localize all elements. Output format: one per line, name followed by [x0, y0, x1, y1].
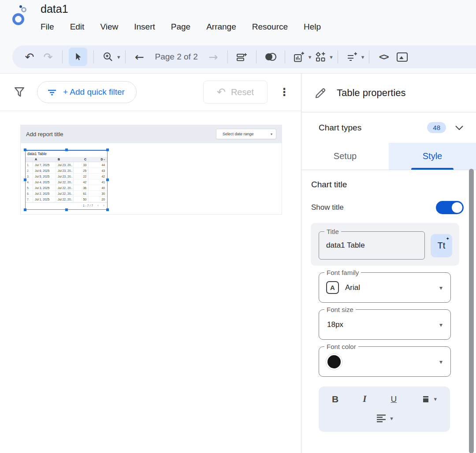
toolbar: ↶ ↷ ▾ ← Page 2 of 2 →: [12, 45, 476, 68]
filter-list-icon: [46, 86, 58, 98]
column-header-d[interactable]: D▾: [89, 157, 107, 162]
report-page[interactable]: Add report title Select date range ▾: [20, 125, 282, 215]
community-visualizations-caret-icon[interactable]: ▾: [330, 54, 333, 60]
title-input[interactable]: [319, 241, 424, 250]
panel-header: Table properties: [301, 74, 476, 112]
community-visualizations-button[interactable]: [312, 49, 328, 65]
alignment-caret-icon: ▾: [390, 416, 393, 421]
blend-data-button[interactable]: [263, 49, 279, 65]
table-row: 4. Jul 4, 2025 Jul 22, 20.. 42 41: [26, 179, 107, 185]
font-size-caret-icon: ▾: [439, 321, 443, 328]
selection-handle[interactable]: [106, 208, 109, 211]
add-quick-filter-button[interactable]: + Add quick filter: [37, 81, 137, 103]
embed-icon: <>: [379, 52, 388, 62]
selection-handle[interactable]: [106, 178, 109, 181]
reset-button[interactable]: ↶ Reset: [203, 81, 268, 104]
pencil-icon: [314, 86, 327, 100]
title-field: Title: [319, 231, 425, 260]
back-arrow-icon: ←: [135, 52, 144, 63]
tab-setup[interactable]: Setup: [301, 143, 389, 170]
zoom-icon: [102, 51, 114, 63]
sparkle-icon: ✦: [446, 236, 450, 241]
date-range-control[interactable]: Select date range ▾: [216, 129, 276, 139]
show-title-toggle[interactable]: [436, 201, 464, 214]
toolbar-separator: [369, 50, 369, 63]
chevron-down-icon[interactable]: [455, 125, 464, 130]
fill-color-caret-icon: ▾: [434, 396, 437, 402]
document-title[interactable]: data1: [41, 3, 68, 15]
toolbar-separator: [285, 50, 285, 63]
add-page-button[interactable]: [234, 49, 250, 65]
font-color-field[interactable]: Font color ▾: [319, 346, 451, 377]
embed-button[interactable]: <>: [376, 49, 391, 65]
font-family-field[interactable]: Font family A Arial ▾: [319, 272, 451, 303]
title-card: Title Tt ✦: [311, 223, 459, 266]
select-mode-button[interactable]: [69, 48, 87, 66]
alignment-button[interactable]: ▾: [332, 413, 437, 423]
looker-studio-logo-icon[interactable]: [11, 5, 31, 27]
blend-data-icon: [264, 52, 277, 62]
previous-page-button[interactable]: ←: [132, 49, 148, 65]
main: + Add quick filter ↶ Reset ⋮ Add report …: [0, 73, 476, 453]
menu-arrange[interactable]: Arrange: [206, 22, 236, 32]
add-chart-caret-icon[interactable]: ▾: [309, 54, 312, 60]
zoom-button[interactable]: [100, 49, 116, 65]
font-size-value: 18px: [327, 320, 343, 329]
fill-color-button[interactable]: ▾: [421, 394, 437, 404]
table-row: 2. Jul 6, 2025 Jul 23, 20.. 25 43: [26, 168, 107, 174]
report-title-placeholder[interactable]: Add report title: [26, 131, 63, 137]
chart-types-row[interactable]: Chart types 48: [301, 112, 476, 143]
chart-title-text: data1 Table: [26, 150, 107, 157]
date-range-caret-icon: ▾: [271, 132, 272, 136]
menu-insert[interactable]: Insert: [134, 22, 155, 32]
underline-button[interactable]: U: [391, 394, 397, 404]
menu-edit[interactable]: Edit: [70, 22, 85, 32]
column-header-a[interactable]: A: [33, 157, 56, 162]
align-left-icon: [376, 413, 387, 423]
font-size-field[interactable]: Font size 18px ▾: [319, 309, 451, 340]
more-options-kebab-icon[interactable]: ⋮: [279, 86, 290, 98]
selection-handle[interactable]: [65, 149, 68, 151]
menu-resource[interactable]: Resource: [252, 22, 288, 32]
selection-handle[interactable]: [65, 208, 68, 211]
pagination-prev-icon[interactable]: ‹: [97, 204, 99, 208]
selection-handle[interactable]: [106, 149, 109, 151]
zoom-caret-icon[interactable]: ▾: [117, 54, 120, 60]
menu-help[interactable]: Help: [304, 22, 321, 32]
add-chart-button[interactable]: [291, 49, 307, 65]
panel-scrollbar[interactable]: [469, 169, 474, 453]
redo-button[interactable]: ↷: [40, 49, 56, 65]
editor-area: + Add quick filter ↶ Reset ⋮ Add report …: [0, 74, 301, 453]
table-row: 6. Jul 2, 2025 Jul 22, 20.. 61 30: [26, 191, 107, 197]
selection-handle[interactable]: [24, 149, 26, 151]
bold-button[interactable]: B: [332, 394, 338, 405]
forward-arrow-icon: →: [208, 52, 218, 63]
undo-button[interactable]: ↶: [22, 49, 37, 65]
italic-button[interactable]: I: [363, 394, 366, 405]
menu-page[interactable]: Page: [171, 22, 190, 32]
tab-style[interactable]: Style: [389, 143, 476, 170]
pagination-range: 1 - 7 / 7: [83, 204, 93, 207]
menubar: File Edit View Insert Page Arrange Resou…: [41, 22, 321, 32]
column-header-c[interactable]: C: [74, 157, 89, 162]
toolbar-separator: [125, 50, 126, 63]
sort-caret-icon: ▾: [104, 158, 105, 161]
selection-handle[interactable]: [24, 208, 26, 211]
cursor-icon: [73, 52, 83, 62]
column-header-b[interactable]: B: [56, 157, 74, 162]
chart-types-label: Chart types: [319, 123, 361, 133]
report-canvas[interactable]: Add report title Select date range ▾: [0, 111, 301, 453]
add-page-icon: [236, 51, 248, 63]
table-chart-selected[interactable]: data1 Table A B C D▾ 1. Jul 7, 2025 J: [25, 150, 108, 210]
menu-file[interactable]: File: [41, 22, 54, 32]
menu-view[interactable]: View: [100, 22, 118, 32]
add-image-button[interactable]: [394, 49, 410, 65]
add-control-button[interactable]: [344, 49, 360, 65]
filter-funnel-icon[interactable]: [13, 85, 26, 99]
pagination-next-icon[interactable]: ›: [103, 204, 104, 208]
selection-handle[interactable]: [24, 178, 26, 181]
add-control-caret-icon[interactable]: ▾: [361, 54, 364, 60]
next-page-button[interactable]: →: [205, 49, 221, 65]
data-table: A B C D▾ 1. Jul 7, 2025 Jul 23, 20.. 33 …: [26, 157, 107, 208]
generate-title-ai-button[interactable]: Tt ✦: [431, 234, 452, 257]
